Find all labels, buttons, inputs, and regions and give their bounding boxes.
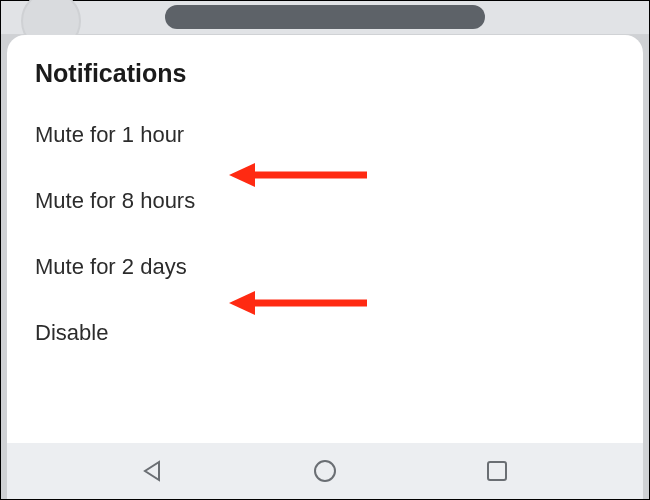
nav-back-button[interactable] xyxy=(123,451,183,491)
recent-square-icon xyxy=(485,459,509,483)
option-mute-1-hour[interactable]: Mute for 1 hour xyxy=(35,114,615,156)
option-mute-2-days[interactable]: Mute for 2 days xyxy=(35,246,615,288)
sheet-title: Notifications xyxy=(35,59,615,88)
header-pill-placeholder xyxy=(165,5,485,29)
notifications-bottom-sheet: Notifications Mute for 1 hour Mute for 8… xyxy=(7,35,643,443)
dimmed-background-header xyxy=(1,1,649,35)
option-disable[interactable]: Disable xyxy=(35,312,615,354)
svg-point-5 xyxy=(315,461,335,481)
back-triangle-icon xyxy=(141,459,165,483)
option-mute-8-hours[interactable]: Mute for 8 hours xyxy=(35,180,615,222)
nav-recent-button[interactable] xyxy=(467,451,527,491)
svg-rect-6 xyxy=(488,462,506,480)
android-navigation-bar xyxy=(7,443,643,499)
home-circle-icon xyxy=(312,458,338,484)
svg-marker-4 xyxy=(145,462,159,480)
nav-home-button[interactable] xyxy=(295,451,355,491)
